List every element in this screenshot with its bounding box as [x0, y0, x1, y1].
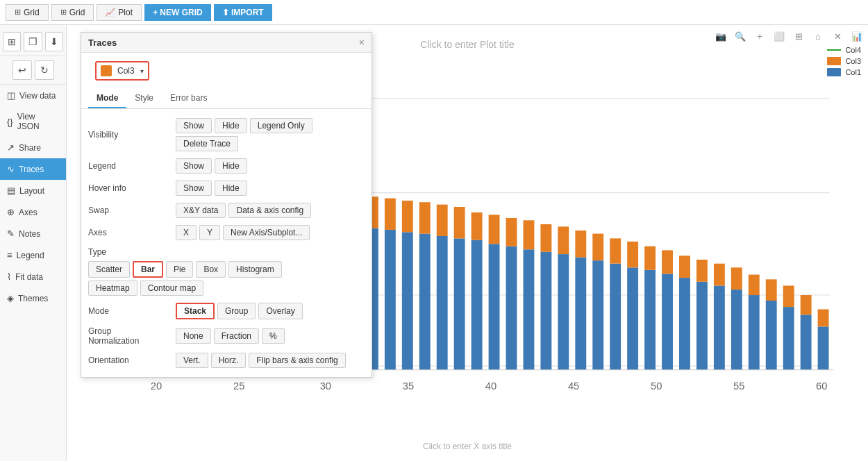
orientation-vert-button[interactable]: Vert. [176, 353, 208, 368]
visibility-label: Visibility [88, 130, 172, 140]
type-scatter-button[interactable]: Scatter [88, 261, 130, 278]
hover-hide-button[interactable]: Hide [215, 181, 247, 196]
close-tool-button[interactable]: ✕ [829, 28, 846, 44]
copy-button[interactable]: ❐ [24, 32, 42, 51]
visibility-legend-only-button[interactable]: Legend Only [250, 118, 312, 133]
sidebar-item-legend[interactable]: ≡ Legend [0, 244, 66, 266]
svg-rect-77 [644, 246, 656, 270]
swap-xy-button[interactable]: X&Y data [176, 203, 226, 218]
visibility-show-button[interactable]: Show [176, 118, 212, 133]
zoom-tool-button[interactable]: 🔍 [732, 28, 749, 44]
sidebar-item-notes-label: Notes [19, 229, 40, 239]
svg-rect-68 [575, 258, 586, 370]
svg-rect-55 [454, 207, 465, 238]
sidebar-item-share[interactable]: ↗ Share [0, 137, 66, 158]
sidebar-icon-row-1: ⊞ ❐ ⬇ [0, 28, 66, 56]
type-bar-button[interactable]: Bar [133, 261, 163, 278]
bar-chart-tool-button[interactable]: 📊 [849, 28, 865, 44]
x-axis-label[interactable]: Click to enter X axis title [74, 439, 861, 454]
group-normalization-btn-group: None Fraction % [176, 328, 285, 344]
sidebar-item-layout[interactable]: ▤ Layout [0, 180, 66, 201]
select-tool-button[interactable]: ⬜ [771, 28, 787, 44]
redo-button[interactable]: ↻ [35, 60, 54, 80]
sidebar-item-axes[interactable]: ⊕ Axes [0, 201, 66, 223]
sidebar-item-notes[interactable]: ✎ Notes [0, 223, 66, 244]
norm-percent-button[interactable]: % [262, 328, 285, 344]
mode-stack-button[interactable]: Stack [176, 303, 215, 319]
svg-rect-91 [766, 279, 777, 301]
close-button[interactable]: × [359, 37, 365, 48]
svg-rect-85 [714, 264, 725, 286]
tab-error-bars[interactable]: Error bars [162, 89, 215, 108]
type-btn-group-row2: Heatmap Contour map [88, 280, 282, 296]
sidebar-item-themes[interactable]: ◈ Themes [0, 287, 66, 309]
pan-tool-button[interactable]: ⊞ [790, 28, 807, 44]
sidebar-item-view-json[interactable]: {} View JSON [0, 106, 66, 137]
orientation-horz-button[interactable]: Horz. [211, 353, 247, 368]
swap-axis-config-button[interactable]: Data & axis config [228, 203, 311, 218]
svg-text:35: 35 [403, 380, 414, 392]
fit-data-icon: ⌇ [7, 271, 11, 282]
sidebar-item-view-data[interactable]: ◫ View data [0, 85, 66, 106]
svg-rect-47 [385, 199, 396, 230]
download-button[interactable]: ⬇ [45, 32, 63, 51]
type-pie-button[interactable]: Pie [166, 261, 193, 278]
tab-grid-1[interactable]: ⊞ Grid [6, 4, 49, 21]
tab-grid-1-label: Grid [24, 8, 40, 17]
hover-info-btn-group: Show Hide [176, 181, 247, 196]
mode-row: Mode Stack Group Overlay [88, 299, 365, 323]
axes-x-button[interactable]: X [176, 225, 197, 240]
camera-tool-button[interactable]: 📷 [712, 28, 729, 44]
svg-rect-67 [558, 226, 569, 254]
norm-fraction-button[interactable]: Fraction [214, 328, 259, 344]
new-axis-button[interactable]: New Axis/Subplot... [223, 225, 310, 240]
type-box-button[interactable]: Box [196, 261, 226, 278]
sidebar-item-fit-data[interactable]: ⌇ Fit data [0, 266, 66, 287]
visibility-delete-trace-button[interactable]: Delete Trace [176, 136, 238, 151]
type-heatmap-button[interactable]: Heatmap [88, 280, 137, 296]
legend-hide-button[interactable]: Hide [215, 158, 247, 174]
svg-rect-93 [783, 285, 794, 307]
tab-mode[interactable]: Mode [88, 89, 126, 108]
svg-rect-49 [402, 201, 413, 232]
visibility-hide-button[interactable]: Hide [215, 118, 247, 133]
svg-rect-79 [662, 250, 673, 274]
sidebar-item-traces[interactable]: ∿ Traces [0, 158, 66, 180]
svg-rect-87 [731, 267, 742, 290]
type-contour-button[interactable]: Contour map [140, 280, 203, 296]
flip-bars-button[interactable]: Flip bars & axis config [249, 353, 345, 368]
svg-rect-78 [662, 274, 673, 369]
type-row: Type Scatter Bar Pie Box Histogram Heatm… [88, 244, 365, 299]
legend-show-button[interactable]: Show [176, 158, 212, 174]
mode-overlay-button[interactable]: Overlay [258, 303, 302, 319]
type-histogram-button[interactable]: Histogram [228, 261, 282, 278]
tab-plot[interactable]: 📈 Plot [97, 4, 142, 21]
undo-button[interactable]: ↩ [12, 60, 32, 80]
svg-rect-88 [749, 295, 760, 370]
sidebar-item-legend-label: Legend [17, 251, 44, 260]
traces-icon: ∿ [7, 164, 15, 174]
new-grid-button[interactable]: + NEW GRID [144, 4, 211, 21]
main-layout: ⊞ ❐ ⬇ ↩ ↻ ◫ View data {} View JSON ↗ Sha… [0, 25, 868, 461]
tab-style[interactable]: Style [126, 89, 162, 108]
mode-group-button[interactable]: Group [217, 303, 256, 319]
svg-rect-65 [540, 224, 551, 252]
axes-y-button[interactable]: Y [199, 225, 220, 240]
hover-show-button[interactable]: Show [176, 181, 212, 196]
grid-view-button[interactable]: ⊞ [3, 32, 21, 51]
svg-rect-90 [766, 301, 777, 370]
trace-selector[interactable]: Col3 ▾ [95, 61, 149, 81]
svg-rect-75 [627, 242, 638, 267]
svg-text:45: 45 [568, 380, 579, 392]
svg-rect-59 [489, 215, 500, 244]
notes-icon: ✎ [7, 228, 15, 239]
plus-tool-button[interactable]: + [751, 28, 768, 44]
norm-none-button[interactable]: None [176, 328, 211, 344]
hover-info-row: Hover info Show Hide [88, 177, 365, 199]
svg-rect-48 [402, 232, 413, 369]
tab-grid-2[interactable]: ⊞ Grid [51, 4, 94, 21]
svg-rect-81 [679, 255, 690, 278]
legend-label: Legend [88, 161, 172, 171]
home-tool-button[interactable]: ⌂ [810, 28, 826, 44]
import-button[interactable]: ⬆ IMPORT [214, 4, 272, 21]
